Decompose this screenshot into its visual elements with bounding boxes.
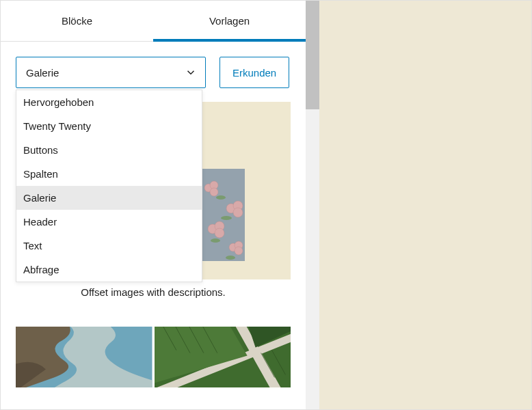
svg-point-13 bbox=[216, 195, 226, 200]
category-option-twenty-twenty[interactable]: Twenty Twenty bbox=[16, 114, 202, 138]
scrollbar-thumb[interactable] bbox=[306, 1, 319, 109]
svg-point-9 bbox=[215, 228, 224, 238]
option-label: Hervorgehoben bbox=[23, 96, 94, 108]
option-label: Header bbox=[23, 216, 57, 228]
option-label: Buttons bbox=[23, 144, 58, 156]
svg-point-16 bbox=[226, 256, 235, 260]
pattern-tile-coast bbox=[16, 327, 152, 387]
scrollbar-track[interactable] bbox=[306, 1, 319, 409]
category-option-hervorgehoben[interactable]: Hervorgehoben bbox=[16, 90, 202, 114]
svg-point-15 bbox=[211, 238, 220, 243]
category-select-value: Galerie bbox=[26, 67, 59, 79]
category-option-galerie[interactable]: Galerie bbox=[16, 186, 202, 210]
patterns-toolbar: Galerie Erkunden Hervorgehoben Twenty Tw… bbox=[1, 42, 306, 88]
pattern-preview-grid[interactable] bbox=[1, 327, 306, 387]
option-label: Text bbox=[23, 240, 42, 251]
explore-button-label: Erkunden bbox=[232, 67, 276, 79]
coast-photo-icon bbox=[16, 327, 152, 387]
editor-root: Blöcke Vorlagen Galerie Erkunden Hervorg… bbox=[0, 0, 532, 410]
editor-canvas[interactable] bbox=[319, 1, 531, 409]
svg-point-6 bbox=[233, 208, 243, 217]
option-label: Galerie bbox=[23, 192, 56, 204]
pattern-preview-image bbox=[200, 169, 245, 261]
category-option-abfrage[interactable]: Abfrage bbox=[16, 258, 202, 282]
category-option-text[interactable]: Text bbox=[16, 234, 202, 258]
category-option-header[interactable]: Header bbox=[16, 210, 202, 234]
pattern-tile-fields bbox=[155, 327, 291, 387]
flower-icon bbox=[200, 169, 245, 261]
category-select[interactable]: Galerie bbox=[16, 57, 206, 88]
category-option-buttons[interactable]: Buttons bbox=[16, 138, 202, 162]
tab-label: Vorlagen bbox=[209, 15, 250, 27]
category-option-spalten[interactable]: Spalten bbox=[16, 162, 202, 186]
pattern-caption: Offset images with descriptions. bbox=[16, 286, 291, 298]
inserter-tabs: Blöcke Vorlagen bbox=[1, 1, 306, 42]
option-label: Spalten bbox=[23, 168, 58, 180]
tab-patterns[interactable]: Vorlagen bbox=[153, 1, 306, 41]
inserter-panel: Blöcke Vorlagen Galerie Erkunden Hervorg… bbox=[1, 1, 306, 409]
tab-blocks[interactable]: Blöcke bbox=[1, 1, 153, 41]
svg-point-12 bbox=[235, 247, 243, 255]
chevron-down-icon bbox=[185, 66, 197, 79]
tab-label: Blöcke bbox=[62, 15, 92, 27]
explore-button[interactable]: Erkunden bbox=[220, 57, 289, 88]
category-dropdown: Hervorgehoben Twenty Twenty Buttons Spal… bbox=[16, 90, 202, 282]
svg-point-14 bbox=[221, 216, 232, 220]
svg-point-3 bbox=[210, 188, 218, 196]
option-label: Twenty Twenty bbox=[23, 120, 91, 132]
option-label: Abfrage bbox=[23, 264, 59, 275]
fields-photo-icon bbox=[155, 327, 291, 387]
